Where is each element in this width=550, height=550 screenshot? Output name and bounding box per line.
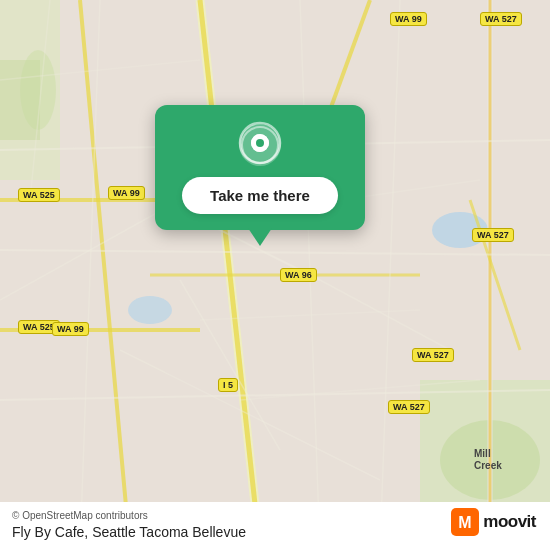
pin-svg [238, 121, 282, 165]
svg-point-41 [256, 139, 264, 147]
place-label-mill-creek: MillCreek [474, 448, 502, 472]
road-badge-wa527-mid-right: WA 527 [472, 228, 514, 242]
moovit-icon: M [451, 508, 479, 536]
road-badge-wa527-top-right: WA 527 [480, 12, 522, 26]
road-badge-wa99-mid-left: WA 99 [108, 186, 145, 200]
take-me-there-button[interactable]: Take me there [182, 177, 338, 214]
moovit-logo: M moovit [451, 508, 536, 536]
road-badge-wa96: WA 96 [280, 268, 317, 282]
map-background [0, 0, 550, 550]
svg-rect-5 [0, 60, 40, 140]
road-badge-i5-bot: I 5 [218, 378, 238, 392]
map-container: WA 99 WA 527 WA 99 WA 525 WA 527 WA 96 W… [0, 0, 550, 550]
road-badge-wa99-bot-left: WA 99 [52, 322, 89, 336]
road-badge-wa525-left-top: WA 525 [18, 188, 60, 202]
moovit-label: moovit [483, 512, 536, 532]
road-badge-wa99-top-right: WA 99 [390, 12, 427, 26]
road-badge-wa527-bot-right2: WA 527 [388, 400, 430, 414]
popup-pointer [248, 228, 272, 246]
popup-card: Take me there [155, 105, 365, 230]
svg-point-2 [128, 296, 172, 324]
road-badge-wa527-bot-right: WA 527 [412, 348, 454, 362]
svg-text:M: M [459, 514, 472, 531]
